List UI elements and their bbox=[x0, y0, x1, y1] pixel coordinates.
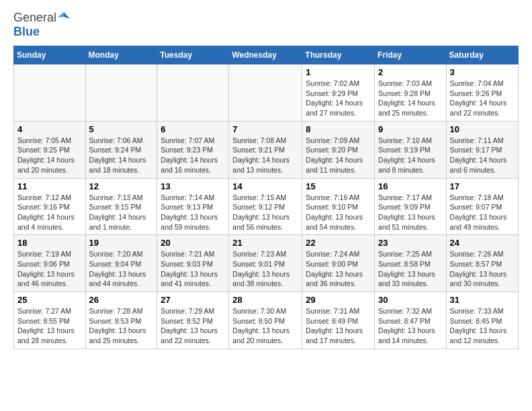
day-cell: 2 Sunrise: 7:03 AM Sunset: 9:28 PM Dayli… bbox=[375, 64, 447, 122]
day-cell bbox=[14, 64, 86, 122]
day-info: Sunrise: 7:16 AM Sunset: 9:10 PM Dayligh… bbox=[306, 193, 371, 232]
day-cell: 27 Sunrise: 7:29 AM Sunset: 8:52 PM Dayl… bbox=[157, 292, 229, 349]
header: General Blue bbox=[13, 11, 519, 39]
day-number: 20 bbox=[161, 238, 225, 248]
day-info: Sunrise: 7:32 AM Sunset: 8:47 PM Dayligh… bbox=[378, 306, 443, 346]
day-number: 31 bbox=[450, 295, 515, 305]
day-cell: 19 Sunrise: 7:20 AM Sunset: 9:04 PM Dayl… bbox=[85, 235, 157, 292]
day-cell: 11 Sunrise: 7:12 AM Sunset: 9:16 PM Dayl… bbox=[14, 178, 86, 235]
day-info: Sunrise: 7:13 AM Sunset: 9:15 PM Dayligh… bbox=[89, 193, 154, 232]
day-cell: 9 Sunrise: 7:10 AM Sunset: 9:19 PM Dayli… bbox=[375, 121, 447, 178]
day-info: Sunrise: 7:25 AM Sunset: 8:58 PM Dayligh… bbox=[378, 249, 443, 289]
day-number: 7 bbox=[232, 124, 298, 134]
day-info: Sunrise: 7:11 AM Sunset: 9:17 PM Dayligh… bbox=[450, 136, 515, 175]
day-cell: 17 Sunrise: 7:18 AM Sunset: 9:07 PM Dayl… bbox=[446, 178, 518, 235]
day-cell: 26 Sunrise: 7:28 AM Sunset: 8:53 PM Dayl… bbox=[85, 292, 157, 349]
day-info: Sunrise: 7:17 AM Sunset: 9:09 PM Dayligh… bbox=[378, 193, 443, 232]
day-info: Sunrise: 7:02 AM Sunset: 9:29 PM Dayligh… bbox=[306, 79, 371, 118]
weekday-header-friday: Friday bbox=[375, 46, 447, 64]
day-number: 26 bbox=[89, 295, 154, 305]
day-cell: 22 Sunrise: 7:24 AM Sunset: 9:00 PM Dayl… bbox=[302, 235, 375, 292]
day-number: 3 bbox=[450, 67, 515, 77]
day-cell: 8 Sunrise: 7:09 AM Sunset: 9:20 PM Dayli… bbox=[302, 121, 375, 178]
logo: General Blue bbox=[13, 11, 70, 39]
week-row-2: 4 Sunrise: 7:05 AM Sunset: 9:25 PM Dayli… bbox=[14, 121, 519, 178]
day-info: Sunrise: 7:05 AM Sunset: 9:25 PM Dayligh… bbox=[17, 136, 82, 175]
day-number: 12 bbox=[89, 181, 154, 191]
day-info: Sunrise: 7:15 AM Sunset: 9:12 PM Dayligh… bbox=[232, 193, 298, 232]
day-number: 24 bbox=[450, 238, 515, 248]
weekday-header-thursday: Thursday bbox=[302, 46, 375, 64]
day-info: Sunrise: 7:07 AM Sunset: 9:23 PM Dayligh… bbox=[161, 136, 225, 175]
day-number: 8 bbox=[306, 124, 371, 134]
svg-marker-0 bbox=[64, 12, 70, 19]
day-info: Sunrise: 7:09 AM Sunset: 9:20 PM Dayligh… bbox=[306, 136, 371, 175]
day-cell: 25 Sunrise: 7:27 AM Sunset: 8:55 PM Dayl… bbox=[14, 292, 86, 349]
logo-bird-icon bbox=[58, 11, 70, 23]
logo-general: General bbox=[13, 11, 56, 25]
day-cell: 23 Sunrise: 7:25 AM Sunset: 8:58 PM Dayl… bbox=[375, 235, 447, 292]
day-number: 23 bbox=[378, 238, 443, 248]
day-cell bbox=[157, 64, 229, 122]
day-cell: 21 Sunrise: 7:23 AM Sunset: 9:01 PM Dayl… bbox=[229, 235, 302, 292]
weekday-header-wednesday: Wednesday bbox=[229, 46, 302, 64]
day-cell: 15 Sunrise: 7:16 AM Sunset: 9:10 PM Dayl… bbox=[302, 178, 375, 235]
weekday-header-sunday: Sunday bbox=[14, 46, 86, 64]
day-info: Sunrise: 7:30 AM Sunset: 8:50 PM Dayligh… bbox=[232, 306, 298, 346]
day-number: 18 bbox=[17, 238, 82, 248]
day-cell: 13 Sunrise: 7:14 AM Sunset: 9:13 PM Dayl… bbox=[157, 178, 229, 235]
weekday-header-tuesday: Tuesday bbox=[157, 46, 229, 64]
day-cell: 3 Sunrise: 7:04 AM Sunset: 9:26 PM Dayli… bbox=[446, 64, 518, 122]
day-number: 22 bbox=[306, 238, 371, 248]
day-cell: 30 Sunrise: 7:32 AM Sunset: 8:47 PM Dayl… bbox=[375, 292, 447, 349]
day-info: Sunrise: 7:24 AM Sunset: 9:00 PM Dayligh… bbox=[306, 249, 371, 289]
day-info: Sunrise: 7:29 AM Sunset: 8:52 PM Dayligh… bbox=[161, 306, 225, 346]
day-info: Sunrise: 7:06 AM Sunset: 9:24 PM Dayligh… bbox=[89, 136, 154, 175]
day-info: Sunrise: 7:10 AM Sunset: 9:19 PM Dayligh… bbox=[378, 136, 443, 175]
day-info: Sunrise: 7:26 AM Sunset: 8:57 PM Dayligh… bbox=[450, 249, 515, 289]
day-number: 10 bbox=[450, 124, 515, 134]
day-cell: 5 Sunrise: 7:06 AM Sunset: 9:24 PM Dayli… bbox=[85, 121, 157, 178]
weekday-header-monday: Monday bbox=[85, 46, 157, 64]
day-cell: 6 Sunrise: 7:07 AM Sunset: 9:23 PM Dayli… bbox=[157, 121, 229, 178]
day-cell: 28 Sunrise: 7:30 AM Sunset: 8:50 PM Dayl… bbox=[229, 292, 302, 349]
day-cell: 10 Sunrise: 7:11 AM Sunset: 9:17 PM Dayl… bbox=[446, 121, 518, 178]
day-number: 16 bbox=[378, 181, 443, 191]
day-info: Sunrise: 7:12 AM Sunset: 9:16 PM Dayligh… bbox=[17, 193, 82, 232]
day-info: Sunrise: 7:23 AM Sunset: 9:01 PM Dayligh… bbox=[232, 249, 298, 289]
week-row-5: 25 Sunrise: 7:27 AM Sunset: 8:55 PM Dayl… bbox=[14, 292, 519, 349]
day-cell bbox=[85, 64, 157, 122]
day-cell: 31 Sunrise: 7:33 AM Sunset: 8:45 PM Dayl… bbox=[446, 292, 518, 349]
day-cell: 24 Sunrise: 7:26 AM Sunset: 8:57 PM Dayl… bbox=[446, 235, 518, 292]
logo-blue: Blue bbox=[13, 25, 40, 38]
day-cell: 18 Sunrise: 7:19 AM Sunset: 9:06 PM Dayl… bbox=[14, 235, 86, 292]
day-cell: 14 Sunrise: 7:15 AM Sunset: 9:12 PM Dayl… bbox=[229, 178, 302, 235]
day-info: Sunrise: 7:27 AM Sunset: 8:55 PM Dayligh… bbox=[17, 306, 82, 346]
day-number: 6 bbox=[161, 124, 225, 134]
day-info: Sunrise: 7:21 AM Sunset: 9:03 PM Dayligh… bbox=[161, 249, 225, 289]
day-cell: 29 Sunrise: 7:31 AM Sunset: 8:49 PM Dayl… bbox=[302, 292, 375, 349]
day-number: 4 bbox=[17, 124, 82, 134]
day-number: 21 bbox=[232, 238, 298, 248]
calendar-table: SundayMondayTuesdayWednesdayThursdayFrid… bbox=[13, 46, 519, 349]
day-number: 11 bbox=[17, 181, 82, 191]
day-cell: 12 Sunrise: 7:13 AM Sunset: 9:15 PM Dayl… bbox=[85, 178, 157, 235]
day-info: Sunrise: 7:20 AM Sunset: 9:04 PM Dayligh… bbox=[89, 249, 154, 289]
weekday-header-saturday: Saturday bbox=[446, 46, 518, 64]
week-row-3: 11 Sunrise: 7:12 AM Sunset: 9:16 PM Dayl… bbox=[14, 178, 519, 235]
day-info: Sunrise: 7:19 AM Sunset: 9:06 PM Dayligh… bbox=[17, 249, 82, 289]
day-number: 2 bbox=[378, 67, 443, 77]
day-number: 28 bbox=[232, 295, 298, 305]
day-number: 29 bbox=[306, 295, 371, 305]
weekday-header-row: SundayMondayTuesdayWednesdayThursdayFrid… bbox=[14, 46, 519, 64]
day-info: Sunrise: 7:08 AM Sunset: 9:21 PM Dayligh… bbox=[232, 136, 298, 175]
day-number: 9 bbox=[378, 124, 443, 134]
day-info: Sunrise: 7:14 AM Sunset: 9:13 PM Dayligh… bbox=[161, 193, 225, 232]
day-cell: 20 Sunrise: 7:21 AM Sunset: 9:03 PM Dayl… bbox=[157, 235, 229, 292]
day-info: Sunrise: 7:04 AM Sunset: 9:26 PM Dayligh… bbox=[450, 79, 515, 118]
week-row-1: 1 Sunrise: 7:02 AM Sunset: 9:29 PM Dayli… bbox=[14, 64, 519, 122]
day-info: Sunrise: 7:18 AM Sunset: 9:07 PM Dayligh… bbox=[450, 193, 515, 232]
day-number: 17 bbox=[450, 181, 515, 191]
day-number: 27 bbox=[161, 295, 225, 305]
day-cell bbox=[229, 64, 302, 122]
